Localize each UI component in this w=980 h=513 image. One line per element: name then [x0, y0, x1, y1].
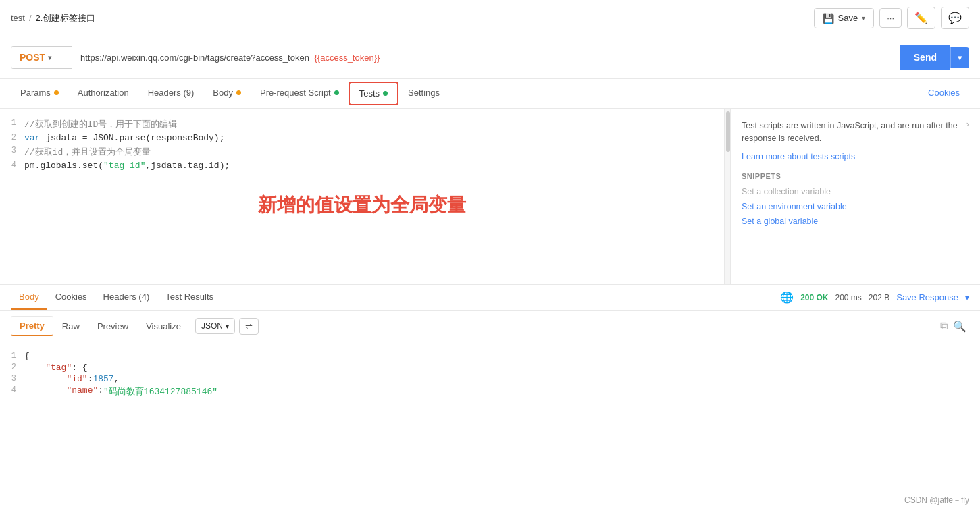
- json-line-3: 3 "id": 1857,: [0, 373, 980, 385]
- snippets-header: SNIPPETS: [742, 172, 969, 180]
- body-dot: [236, 90, 241, 95]
- editor-scrollbar[interactable]: [725, 109, 730, 284]
- format-pretty[interactable]: Pretty: [11, 316, 53, 336]
- line-num-1: 1: [0, 118, 24, 128]
- tab-tests[interactable]: Tests: [349, 82, 398, 105]
- save-dropdown-icon[interactable]: ▾: [862, 14, 865, 22]
- response-time: 200 ms: [835, 293, 862, 302]
- json-colon-4: :: [98, 385, 103, 398]
- url-input[interactable]: https://api.weixin.qq.com/cgi-bin/tags/c…: [72, 45, 900, 70]
- json-line-1: 1 {: [0, 350, 980, 362]
- save-label: Save: [838, 13, 858, 23]
- tab-headers[interactable]: Headers (9): [138, 81, 204, 106]
- json-val-3: 1857: [93, 374, 113, 384]
- request-tabs: Params Authorization Headers (9) Body Pr…: [0, 79, 980, 109]
- json-line-2: 2 "tag": {: [0, 362, 980, 373]
- resp-tab-body[interactable]: Body: [11, 285, 47, 310]
- format-visualize[interactable]: Visualize: [137, 317, 190, 336]
- format-preview[interactable]: Preview: [88, 317, 137, 336]
- tab-body[interactable]: Body: [203, 81, 251, 106]
- save-response-arrow[interactable]: ▾: [965, 293, 969, 302]
- json-line-4: 4 "name": "码尚教育1634127885146": [0, 385, 980, 398]
- learn-more-link[interactable]: Learn more about tests scripts: [742, 152, 855, 161]
- method-label: POST: [20, 52, 45, 63]
- tab-settings[interactable]: Settings: [398, 81, 449, 106]
- line-num-2: 2: [0, 133, 24, 142]
- resp-tab-cookies[interactable]: Cookies: [47, 285, 95, 310]
- format-visualize-label: Visualize: [146, 321, 181, 331]
- json-comma-3: ,: [114, 374, 120, 384]
- json-response-body: 1 { 2 "tag": { 3 "id": 1857, 4 "name": "…: [0, 342, 980, 406]
- tab-cookies[interactable]: Cookies: [919, 81, 969, 106]
- code-line-4: 4 pm.globals.set("tag_id",jsdata.tag.id)…: [0, 159, 724, 172]
- annotation-text: 新增的值设置为全局变量: [258, 192, 466, 218]
- response-tabs: Body Cookies Headers (4) Test Results 🌐 …: [0, 285, 980, 310]
- json-key-3: "id": [66, 374, 87, 384]
- line-num-4: 4: [0, 161, 24, 170]
- json-type-select[interactable]: JSON ▾: [195, 318, 235, 334]
- more-button[interactable]: ···: [879, 8, 902, 28]
- right-panel-description: Test scripts are written in JavaScript, …: [742, 119, 969, 145]
- params-dot: [54, 90, 59, 95]
- url-param: {{access_token}}: [315, 53, 380, 63]
- json-select-chevron: ▾: [226, 323, 229, 330]
- tab-params-label: Params: [20, 88, 51, 98]
- snippet-set-environment[interactable]: Set an environment variable: [742, 202, 969, 211]
- resp-tab-test-results[interactable]: Test Results: [157, 285, 222, 310]
- response-meta: 🌐 200 OK 200 ms 202 B Save Response ▾: [780, 291, 969, 304]
- snippet-set-global[interactable]: Set a global variable: [742, 217, 969, 226]
- main-content: 1 //获取到创建的ID号，用于下面的编辑 2 var jsdata = JSO…: [0, 109, 980, 284]
- breadcrumb: test / 2.创建标签接口: [11, 12, 95, 24]
- json-linenum-3: 3: [0, 374, 24, 384]
- top-bar: test / 2.创建标签接口 💾 Save ▾ ··· ✏️ 💬: [0, 0, 980, 36]
- tab-pre-request[interactable]: Pre-request Script: [251, 81, 349, 106]
- json-content-1: {: [24, 351, 30, 361]
- code-editor[interactable]: 1 //获取到创建的ID号，用于下面的编辑 2 var jsdata = JSO…: [0, 109, 725, 284]
- response-section: Body Cookies Headers (4) Test Results 🌐 …: [0, 284, 980, 406]
- format-pretty-label: Pretty: [20, 321, 45, 331]
- tab-settings-label: Settings: [408, 88, 440, 98]
- json-colon-3: :: [88, 374, 93, 384]
- collapse-arrow[interactable]: ›: [966, 119, 969, 129]
- pre-request-dot: [334, 90, 339, 95]
- snippet-set-collection[interactable]: Set a collection variable: [742, 187, 969, 196]
- json-linenum-1: 1: [0, 351, 24, 361]
- save-response-button[interactable]: Save Response: [896, 292, 958, 302]
- tab-params[interactable]: Params: [11, 81, 68, 106]
- top-actions: 💾 Save ▾ ··· ✏️ 💬: [814, 7, 969, 29]
- comment-button[interactable]: 💬: [941, 7, 969, 29]
- copy-button[interactable]: ⧉: [937, 317, 950, 335]
- method-select[interactable]: POST ▾: [11, 46, 72, 69]
- json-indent-2: [24, 362, 45, 373]
- resp-tab-headers-label: Headers (4): [103, 292, 150, 302]
- format-preview-label: Preview: [97, 321, 128, 331]
- json-indent-4: [24, 385, 66, 398]
- resp-tab-cookies-label: Cookies: [55, 292, 87, 302]
- json-linenum-4: 4: [0, 385, 24, 398]
- breadcrumb-separator: /: [29, 13, 32, 23]
- search-button[interactable]: 🔍: [950, 317, 969, 335]
- save-button[interactable]: 💾 Save ▾: [814, 8, 875, 28]
- format-raw[interactable]: Raw: [53, 317, 88, 336]
- code-line-3: 3 //获取id，并且设置为全局变量: [0, 144, 724, 159]
- line-num-3: 3: [0, 146, 24, 155]
- line-content-2: var jsdata = JSON.parse(responseBody);: [24, 133, 224, 143]
- edit-button[interactable]: ✏️: [907, 7, 935, 29]
- json-linenum-2: 2: [0, 362, 24, 373]
- response-size: 202 B: [869, 293, 889, 302]
- url-prefix: https://api.weixin.qq.com/cgi-bin/tags/c…: [80, 53, 315, 63]
- breadcrumb-root: test: [11, 13, 25, 23]
- tab-body-label: Body: [213, 88, 233, 98]
- line-content-4: pm.globals.set("tag_id",jsdata.tag.id);: [24, 161, 230, 171]
- tab-authorization[interactable]: Authorization: [68, 81, 138, 106]
- send-dropdown-button[interactable]: ▾: [950, 47, 969, 68]
- send-button[interactable]: Send: [900, 45, 950, 70]
- tests-dot: [383, 91, 388, 96]
- format-raw-label: Raw: [62, 321, 80, 331]
- code-line-1: 1 //获取到创建的ID号，用于下面的编辑: [0, 117, 724, 132]
- snippets-section: SNIPPETS Set a collection variable Set a…: [742, 172, 969, 226]
- resp-tab-headers[interactable]: Headers (4): [95, 285, 158, 310]
- globe-icon: 🌐: [780, 291, 794, 304]
- code-line-2: 2 var jsdata = JSON.parse(responseBody);: [0, 132, 724, 144]
- wrap-button[interactable]: ⇌: [239, 318, 259, 335]
